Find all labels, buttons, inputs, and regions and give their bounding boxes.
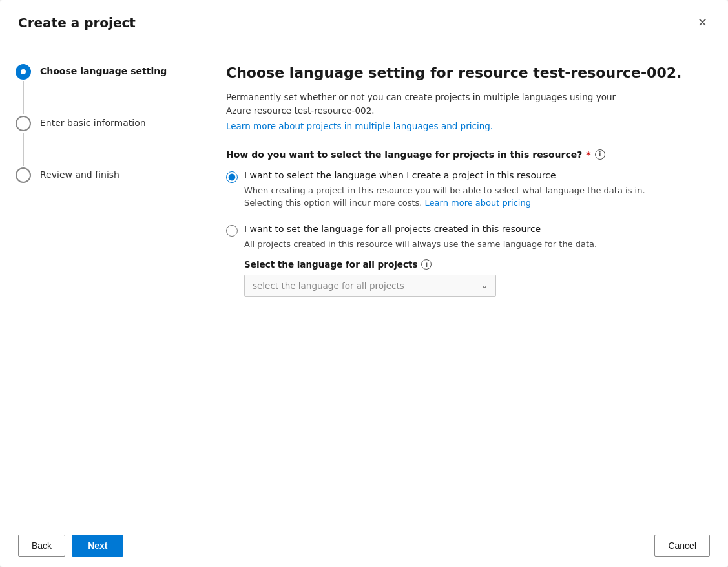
- close-button[interactable]: ✕: [695, 13, 710, 32]
- select-language-label: Select the language for all projects i: [244, 259, 702, 270]
- step-circle-3: [16, 167, 31, 183]
- dialog-header: Create a project ✕: [0, 0, 728, 43]
- radio-content-2: I want to set the language for all proje…: [244, 224, 702, 297]
- step-circle-2: [16, 116, 31, 131]
- sidebar: Choose language setting Enter basic info…: [0, 43, 200, 524]
- language-dropdown[interactable]: select the language for all projects ⌄: [244, 275, 496, 297]
- step-connector-3: [16, 167, 31, 183]
- question-label: How do you want to select the language f…: [226, 149, 702, 160]
- select-group: Select the language for all projects i s…: [244, 259, 702, 297]
- step-label-choose-language: Choose language setting: [40, 64, 167, 76]
- step-label-enter-basic: Enter basic information: [40, 116, 146, 128]
- question-info-icon: i: [595, 149, 605, 160]
- radio-input-1[interactable]: [226, 171, 238, 183]
- section-desc-line1: Permanently set whether or not you can c…: [226, 91, 702, 118]
- step-label-review-finish: Review and finish: [40, 167, 120, 180]
- radio-input-2[interactable]: [226, 225, 238, 237]
- step-review-finish: Review and finish: [16, 167, 184, 183]
- step-circle-1: [16, 64, 31, 80]
- step-line-1: [23, 81, 24, 114]
- pricing-link[interactable]: Learn more about pricing: [425, 198, 531, 208]
- step-connector-2: [16, 116, 31, 167]
- cancel-button[interactable]: Cancel: [654, 535, 710, 557]
- main-content: Choose language setting for resource tes…: [200, 43, 728, 524]
- chevron-down-icon: ⌄: [481, 281, 488, 290]
- radio-content-1: I want to select the language when I cre…: [244, 170, 702, 209]
- step-choose-language: Choose language setting: [16, 64, 184, 116]
- radio-option-1: I want to select the language when I cre…: [226, 170, 702, 209]
- step-enter-basic: Enter basic information: [16, 116, 184, 167]
- step-connector-1: [16, 64, 31, 116]
- dialog-footer: Back Next Cancel: [0, 524, 728, 567]
- section-title: Choose language setting for resource tes…: [226, 64, 702, 83]
- radio-option-2: I want to set the language for all proje…: [226, 224, 702, 297]
- select-placeholder: select the language for all projects: [253, 281, 404, 291]
- back-button[interactable]: Back: [18, 535, 65, 557]
- radio-label-2: I want to set the language for all proje…: [244, 224, 702, 234]
- step-line-2: [23, 133, 24, 166]
- radio-desc-1: When creating a project in this resource…: [244, 184, 702, 209]
- next-button[interactable]: Next: [72, 535, 123, 557]
- radio-label-1: I want to select the language when I cre…: [244, 170, 702, 180]
- create-project-dialog: Create a project ✕ Choose language setti…: [0, 0, 728, 567]
- close-icon: ✕: [698, 16, 707, 30]
- radio-desc-2: All projects created in this resource wi…: [244, 238, 702, 251]
- required-star: *: [586, 149, 590, 160]
- dialog-title: Create a project: [18, 15, 136, 30]
- dialog-body: Choose language setting Enter basic info…: [0, 43, 728, 524]
- select-info-icon: i: [421, 259, 432, 270]
- learn-more-link[interactable]: Learn more about projects in multiple la…: [226, 121, 702, 131]
